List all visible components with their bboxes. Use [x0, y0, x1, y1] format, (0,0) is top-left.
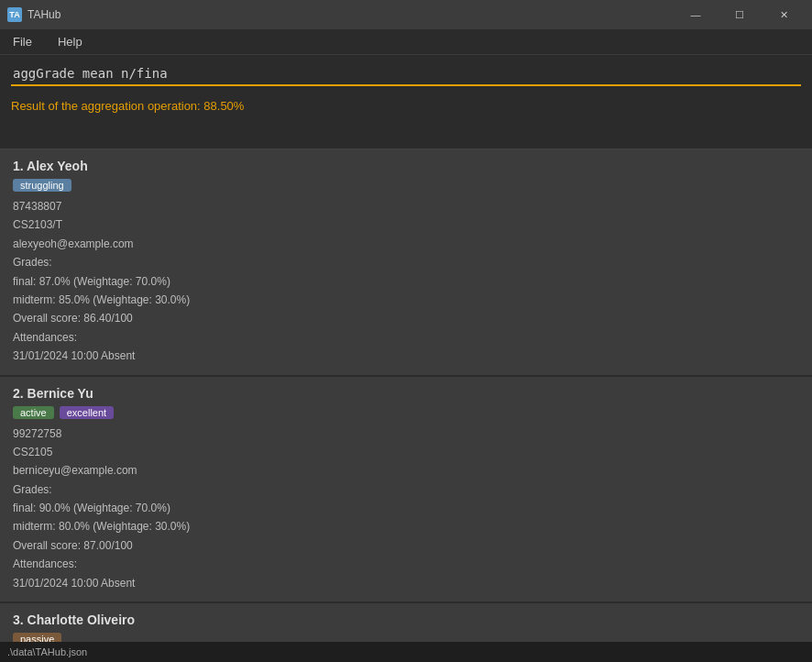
- overall-score: Overall score: 87.00/100: [13, 536, 799, 555]
- window-controls: — ☐ ✕: [675, 0, 805, 29]
- student-course: CS2103/T: [13, 215, 799, 234]
- student-badges: struggling: [13, 179, 799, 192]
- student-badges: passive: [13, 633, 799, 642]
- close-button[interactable]: ✕: [763, 0, 805, 29]
- minimize-button[interactable]: —: [675, 0, 717, 29]
- student-info: 87438807CS2103/Talexyeoh@example.comGrad…: [13, 197, 799, 366]
- overall-score: Overall score: 86.40/100: [13, 309, 799, 327]
- grade-line: final: 87.0% (Weightage: 70.0%): [13, 272, 799, 291]
- grade-line: final: 90.0% (Weightage: 70.0%): [13, 499, 799, 517]
- student-id: 99272758: [13, 425, 799, 443]
- status-bar: .\data\TAHub.json: [0, 642, 812, 662]
- student-name: 3. Charlotte Oliveiro: [13, 612, 799, 627]
- attendance-line: 31/01/2024 10:00 Absent: [13, 347, 799, 365]
- status-path: .\data\TAHub.json: [7, 646, 87, 657]
- student-email: alexyeoh@example.com: [13, 235, 799, 253]
- student-name: 2. Bernice Yu: [13, 386, 799, 401]
- command-input[interactable]: [11, 62, 801, 86]
- badge-struggling: struggling: [13, 179, 71, 192]
- result-text: Result of the aggregation operation: 88.…: [11, 99, 244, 113]
- student-badges: activeexcellent: [13, 406, 799, 419]
- badge-excellent: excellent: [60, 406, 114, 419]
- attendance-line: 31/01/2024 10:00 Absent: [13, 574, 799, 592]
- command-area: [0, 55, 812, 94]
- app-title: TAHub: [27, 8, 60, 21]
- grades-label: Grades:: [13, 480, 799, 499]
- student-course: CS2105: [13, 443, 799, 461]
- attendances-label: Attendances:: [13, 555, 799, 573]
- title-bar-left: TA TAHub: [7, 7, 60, 22]
- result-area: Result of the aggregation operation: 88.…: [0, 94, 812, 149]
- student-name: 1. Alex Yeoh: [13, 159, 799, 173]
- attendances-label: Attendances:: [13, 328, 799, 347]
- menu-file[interactable]: File: [7, 31, 38, 52]
- maximize-button[interactable]: ☐: [719, 0, 761, 29]
- student-card: 3. Charlotte Oliveiropassive: [0, 603, 812, 642]
- student-info: 99272758CS2105berniceyu@example.comGrade…: [13, 425, 799, 593]
- title-bar: TA TAHub — ☐ ✕: [0, 0, 812, 29]
- badge-passive: passive: [13, 633, 61, 642]
- student-email: berniceyu@example.com: [13, 461, 799, 480]
- student-id: 87438807: [13, 197, 799, 215]
- menu-bar: File Help: [0, 29, 812, 55]
- menu-help[interactable]: Help: [52, 31, 88, 52]
- grade-line: midterm: 85.0% (Weightage: 30.0%): [13, 291, 799, 309]
- grade-line: midterm: 80.0% (Weightage: 30.0%): [13, 517, 799, 535]
- student-card: 1. Alex Yeohstruggling87438807CS2103/Tal…: [0, 149, 812, 377]
- app-icon: TA: [7, 7, 22, 22]
- grades-label: Grades:: [13, 253, 799, 271]
- student-list[interactable]: 1. Alex Yeohstruggling87438807CS2103/Tal…: [0, 149, 812, 642]
- badge-active: active: [13, 406, 54, 419]
- student-card: 2. Bernice Yuactiveexcellent99272758CS21…: [0, 377, 812, 604]
